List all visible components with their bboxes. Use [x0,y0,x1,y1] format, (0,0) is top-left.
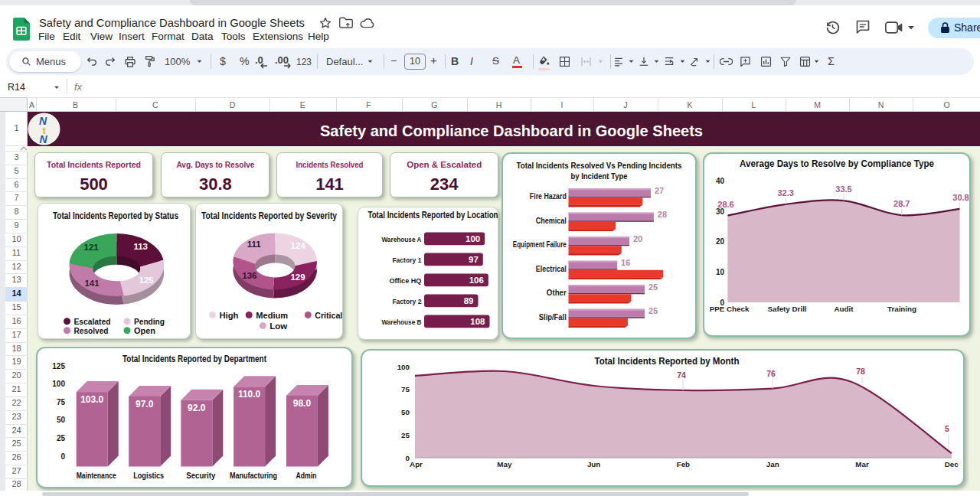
svg-text:25: 25 [57,434,66,442]
svg-text:98.0: 98.0 [293,398,312,409]
svg-text:Logistics: Logistics [133,472,164,480]
svg-text:74: 74 [677,370,686,380]
svg-text:Safety and Compliance Dashboar: Safety and Compliance Dashboard in Googl… [320,122,703,139]
svg-text:Total Incidents Reported by Lo: Total Incidents Reported by Location [368,210,498,220]
svg-text:108: 108 [470,317,485,326]
svg-text:Safety Drill: Safety Drill [767,305,806,313]
svg-text:Maintenance: Maintenance [77,472,116,480]
svg-text:110.0: 110.0 [238,389,261,400]
svg-text:Total Incidents Reported by Mo: Total Incidents Reported by Month [595,356,740,367]
svg-text:20: 20 [633,234,642,243]
svg-text:121: 121 [84,243,100,252]
svg-text:Incidents Resolved: Incidents Resolved [296,160,364,169]
svg-text:125: 125 [139,276,155,285]
svg-text:Low: Low [270,321,287,331]
svg-text:Apr: Apr [410,460,423,468]
svg-text:25: 25 [648,282,658,292]
svg-text:30.8: 30.8 [952,193,969,202]
svg-text:Mar: Mar [855,460,869,468]
svg-text:Escalated: Escalated [74,317,111,326]
svg-text:28.6: 28.6 [717,200,733,209]
svg-text:Pending: Pending [134,317,165,326]
svg-text:Other: Other [547,289,567,297]
svg-text:Chemical: Chemical [536,217,567,225]
svg-text:Office HQ: Office HQ [389,276,421,285]
svg-text:Total Incidents Reported: Total Incidents Reported [47,160,141,169]
svg-text:Warehouse A: Warehouse A [381,235,421,243]
svg-text:129: 129 [290,272,305,282]
svg-text:124: 124 [291,241,306,250]
svg-text:28.7: 28.7 [893,199,910,208]
svg-text:Open & Escalated: Open & Escalated [407,160,482,169]
svg-text:by Incident Type: by Incident Type [571,171,628,181]
svg-text:May: May [497,460,512,468]
svg-text:141: 141 [315,175,344,194]
svg-text:Jan: Jan [766,460,779,468]
svg-text:25: 25 [401,431,410,439]
svg-text:92.0: 92.0 [188,403,206,413]
svg-text:10: 10 [716,268,725,276]
svg-text:100: 100 [397,363,410,371]
svg-text:33.5: 33.5 [835,184,851,194]
svg-text:100: 100 [52,380,65,388]
svg-text:75: 75 [57,398,66,406]
svg-text:234: 234 [430,175,459,194]
svg-text:500: 500 [80,175,108,194]
svg-text:Training: Training [887,305,916,313]
svg-text:Open: Open [134,326,155,335]
svg-text:Slip/Fall: Slip/Fall [539,313,567,321]
svg-text:32.3: 32.3 [777,188,793,197]
svg-text:125: 125 [52,362,65,370]
svg-text:Resolved: Resolved [74,326,109,335]
svg-text:75: 75 [401,385,410,393]
svg-text:40: 40 [716,177,725,185]
svg-text:89: 89 [463,296,473,305]
svg-text:Safety and Compliance Dashboar: Safety and Compliance Dashboard in Googl… [39,16,305,29]
svg-text:Audit: Audit [834,305,854,313]
svg-text:Total Incidents Reported by St: Total Incidents Reported by Status [53,210,178,221]
svg-text:5: 5 [945,424,949,433]
svg-text:97: 97 [469,255,479,264]
svg-text:106: 106 [469,276,483,285]
svg-text:Feb: Feb [677,460,690,468]
svg-text:50: 50 [57,416,66,424]
svg-text:76: 76 [766,369,776,378]
svg-text:Admin: Admin [296,472,316,480]
svg-text:16: 16 [621,258,630,267]
svg-text:Manufacturing: Manufacturing [230,472,277,480]
svg-text:Critical: Critical [315,311,342,320]
svg-text:N: N [40,133,48,145]
svg-text:Warehouse B: Warehouse B [381,318,421,326]
svg-text:Medium: Medium [256,311,288,320]
svg-text:100: 100 [466,234,480,243]
svg-text:Jun: Jun [587,460,600,468]
svg-text:0: 0 [60,452,65,461]
svg-text:27: 27 [655,186,664,195]
svg-text:Security: Security [186,472,215,480]
svg-text:Electrical: Electrical [536,265,567,273]
svg-text:103.0: 103.0 [80,394,103,405]
svg-text:Fire Hazard: Fire Hazard [530,192,567,201]
svg-text:113: 113 [133,242,148,251]
svg-text:PPE Check: PPE Check [710,305,750,313]
svg-text:97.0: 97.0 [136,399,154,410]
svg-text:25: 25 [648,306,658,315]
svg-text:50: 50 [401,408,410,416]
svg-text:141: 141 [84,279,100,288]
svg-text:28: 28 [658,210,667,219]
svg-text:Factory 1: Factory 1 [392,256,421,264]
svg-text:Total Incidents Reported by Se: Total Incidents Reported by Severity [201,210,337,221]
svg-text:Total Incidents Resolved Vs Pe: Total Incidents Resolved Vs Pending Inci… [517,161,682,170]
svg-text:Factory 2: Factory 2 [392,297,421,305]
svg-text:Total Incidents Reported by De: Total Incidents Reported by Department [122,354,267,364]
svg-text:Dec: Dec [945,460,959,468]
svg-text:Avg. Days to Resolve: Avg. Days to Resolve [176,160,254,169]
svg-text:Average Days to Resolve by Com: Average Days to Resolve by Compliance Ty… [740,158,934,169]
svg-text:136: 136 [242,271,256,280]
svg-text:20: 20 [716,237,725,246]
svg-text:Equipment Failure: Equipment Failure [513,240,567,249]
svg-text:30.8: 30.8 [199,175,232,194]
svg-text:78: 78 [856,367,865,376]
svg-text:High: High [219,311,238,320]
svg-text:111: 111 [247,240,262,249]
